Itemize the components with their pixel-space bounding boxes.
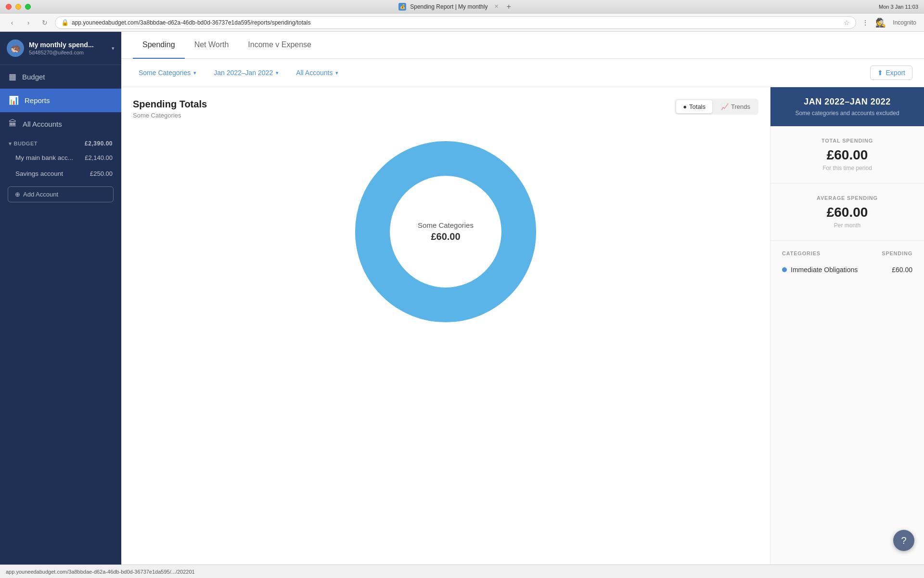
- sidebar-item-all-accounts[interactable]: 🏛 All Accounts: [0, 112, 121, 135]
- forward-btn[interactable]: ›: [22, 16, 35, 29]
- export-label: Export: [886, 69, 905, 77]
- chart-header: Spending Totals Some Categories ● Totals…: [133, 99, 758, 119]
- url-bar[interactable]: 🔒 app.youneedabudget.com/3a8bbdae-d62a-4…: [55, 16, 856, 29]
- total-spending-value: £60.00: [782, 147, 912, 163]
- chart-section: Spending Totals Some Categories ● Totals…: [121, 87, 770, 565]
- date-range-chevron: ▾: [276, 70, 279, 76]
- back-btn[interactable]: ‹: [6, 16, 18, 29]
- reload-btn[interactable]: ↻: [38, 16, 51, 29]
- date-range-filter-label: Jan 2022–Jan 2022: [214, 69, 273, 77]
- categories-filter-label: Some Categories: [139, 69, 191, 77]
- right-panel: JAN 2022–JAN 2022 Some categories and ac…: [770, 87, 924, 565]
- tab-income-v-expense[interactable]: Income v Expense: [238, 32, 321, 59]
- panel-subtitle: Some categories and accounts excluded: [782, 110, 912, 117]
- categories-filter-chevron: ▾: [193, 70, 196, 76]
- categories-col-header: CATEGORIES: [782, 250, 821, 256]
- total-spending-desc: For this time period: [782, 165, 912, 171]
- sidebar-header[interactable]: 🦔 My monthly spend... 5d485270@uifeed.co…: [0, 32, 121, 65]
- accounts-filter-btn[interactable]: All Accounts ▾: [290, 66, 344, 79]
- new-tab-btn[interactable]: +: [506, 2, 511, 11]
- system-time: Mon 3 Jan 11:03: [879, 4, 918, 10]
- savings-account-name: Savings account: [15, 170, 63, 177]
- main-content: Spending Net Worth Income v Expense Some…: [121, 32, 924, 565]
- sidebar-item-budget[interactable]: ▦ Budget: [0, 65, 121, 89]
- titlebar: 💰 Spending Report | My monthly ✕ + Mon 3…: [0, 0, 924, 13]
- chart-toggle-totals-btn[interactable]: ● Totals: [676, 100, 712, 113]
- sidebar-app-email: 5d485270@uifeed.com: [29, 50, 107, 55]
- main-bank-account-amount: £2,140.00: [85, 154, 113, 161]
- avg-spending-value: £60.00: [782, 205, 912, 220]
- app-logo: 🦔: [7, 39, 24, 57]
- sidebar-budget-section-header[interactable]: ▾ BUDGET £2,390.00: [0, 135, 121, 150]
- avg-spending-desc: Per month: [782, 222, 912, 229]
- export-btn[interactable]: ⬆ Export: [870, 66, 912, 80]
- savings-account-amount: £250.00: [90, 170, 113, 177]
- categories-filter-btn[interactable]: Some Categories ▾: [133, 66, 202, 79]
- close-window-btn[interactable]: [6, 4, 12, 10]
- donut-center-text: Some Categories £60.00: [418, 221, 474, 242]
- category-row-immediate-obligations: Immediate Obligations £60.00: [782, 263, 912, 276]
- sidebar-account-savings[interactable]: Savings account £250.00: [0, 166, 121, 182]
- donut-chart-container: Some Categories £60.00: [133, 121, 758, 342]
- report-area: Spending Totals Some Categories ● Totals…: [121, 87, 924, 565]
- tab-spending[interactable]: Spending: [133, 32, 185, 59]
- panel-categories: CATEGORIES SPENDING Immediate Obligation…: [770, 241, 924, 286]
- sidebar-app-title: My monthly spend...: [29, 41, 107, 49]
- chart-toggle-group: ● Totals 📈 Trends: [675, 99, 758, 115]
- main-tabs: Spending Net Worth Income v Expense: [121, 32, 924, 59]
- maximize-window-btn[interactable]: [25, 4, 31, 10]
- filter-bar: Some Categories ▾ Jan 2022–Jan 2022 ▾ Al…: [121, 59, 924, 87]
- incognito-label: Incognito: [891, 17, 918, 28]
- cat-name-immediate-obligations: Immediate Obligations: [791, 266, 858, 274]
- panel-header: JAN 2022–JAN 2022 Some categories and ac…: [770, 87, 924, 126]
- tab-close-btn[interactable]: ✕: [494, 3, 499, 10]
- reports-icon: 📊: [9, 95, 19, 105]
- total-spending-label: TOTAL SPENDING: [782, 138, 912, 144]
- accounts-icon: 🏛: [9, 119, 17, 129]
- trends-btn-label: Trends: [731, 103, 750, 110]
- sidebar-title-block: My monthly spend... 5d485270@uifeed.com: [29, 41, 107, 55]
- cat-dot-immediate-obligations: [782, 267, 787, 272]
- add-account-icon: ⊕: [15, 191, 20, 198]
- cat-row-left: Immediate Obligations: [782, 266, 858, 274]
- total-spending-block: TOTAL SPENDING £60.00 For this time peri…: [770, 126, 924, 184]
- export-icon: ⬆: [877, 69, 883, 77]
- tab-favicon: 💰: [398, 3, 406, 11]
- incognito-icon: 🕵: [873, 15, 888, 30]
- chart-toggle-trends-btn[interactable]: 📈 Trends: [714, 100, 757, 113]
- accounts-filter-chevron: ▾: [335, 70, 338, 76]
- status-url: app.youneedabudget.com/3a8bbdae-d62a-46d…: [6, 569, 195, 575]
- sidebar-item-reports[interactable]: 📊 Reports: [0, 89, 121, 112]
- donut-center-label: Some Categories: [418, 221, 474, 229]
- sidebar-account-main-bank[interactable]: My main bank acc... £2,140.00: [0, 150, 121, 166]
- minimize-window-btn[interactable]: [15, 4, 21, 10]
- extensions-btn[interactable]: ⋮: [860, 17, 871, 28]
- bookmark-icon[interactable]: ☆: [844, 19, 850, 26]
- avg-spending-block: AVERAGE SPENDING £60.00 Per month: [770, 184, 924, 241]
- budget-section-collapse-icon: ▾: [9, 141, 12, 147]
- accounts-filter-label: All Accounts: [296, 69, 333, 77]
- sidebar-all-accounts-label: All Accounts: [23, 120, 62, 128]
- trends-chart-icon: 📈: [721, 103, 729, 110]
- budget-section-label: BUDGET: [14, 141, 38, 146]
- help-btn[interactable]: ?: [893, 530, 914, 551]
- cat-amount-immediate-obligations: £60.00: [892, 266, 912, 274]
- sidebar-reports-label: Reports: [25, 96, 50, 105]
- sidebar: 🦔 My monthly spend... 5d485270@uifeed.co…: [0, 32, 121, 565]
- panel-date-range: JAN 2022–JAN 2022: [782, 97, 912, 107]
- main-bank-account-name: My main bank acc...: [15, 154, 73, 161]
- chart-subtitle: Some Categories: [133, 112, 207, 119]
- add-account-btn[interactable]: ⊕ Add Account: [8, 186, 114, 202]
- panel-cat-header: CATEGORIES SPENDING: [782, 250, 912, 256]
- tab-title: Spending Report | My monthly: [410, 3, 488, 10]
- avg-spending-label: AVERAGE SPENDING: [782, 195, 912, 201]
- url-text: app.youneedabudget.com/3a8bbdae-d62a-46d…: [72, 19, 841, 26]
- sidebar-budget-label: Budget: [22, 73, 45, 81]
- browser-toolbar: ‹ › ↻ 🔒 app.youneedabudget.com/3a8bbdae-…: [0, 13, 924, 32]
- date-range-filter-btn[interactable]: Jan 2022–Jan 2022 ▾: [208, 66, 284, 79]
- tab-net-worth[interactable]: Net Worth: [185, 32, 239, 59]
- spending-col-header: SPENDING: [882, 250, 912, 256]
- status-bar: app.youneedabudget.com/3a8bbdae-d62a-46d…: [0, 565, 924, 578]
- budget-section-total: £2,390.00: [85, 140, 113, 147]
- totals-btn-label: Totals: [689, 103, 706, 110]
